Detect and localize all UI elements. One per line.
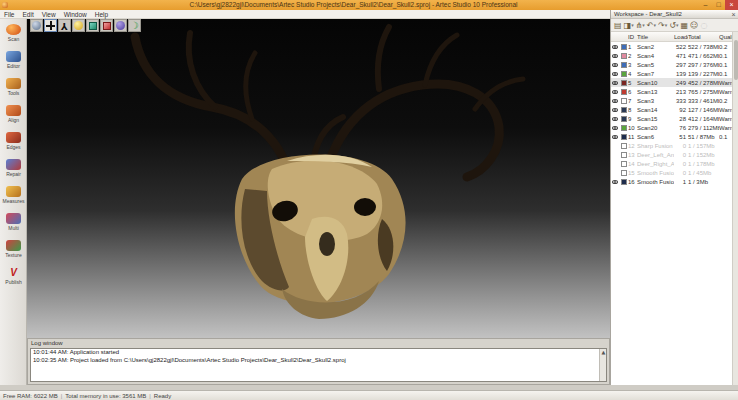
color-swatch-cell[interactable] bbox=[619, 116, 628, 122]
color-swatch-cell[interactable] bbox=[619, 44, 628, 50]
visibility-cell[interactable] bbox=[611, 54, 619, 58]
import-icon[interactable]: ◨▾ bbox=[623, 21, 635, 30]
sidebar-item-repair[interactable]: Repair bbox=[0, 154, 27, 181]
color-swatch-cell[interactable] bbox=[619, 71, 628, 77]
workspace-scrollbar[interactable] bbox=[732, 32, 738, 390]
eye-icon[interactable] bbox=[612, 99, 618, 103]
model-viewport[interactable]: Y☽ bbox=[27, 19, 610, 338]
column-header-loaded[interactable]: Loaded bbox=[674, 32, 688, 41]
sidebar-item-align[interactable]: Align bbox=[0, 100, 27, 127]
visibility-cell[interactable] bbox=[611, 90, 619, 94]
sidebar-item-editor[interactable]: Editor bbox=[0, 46, 27, 73]
minimize-button[interactable]: – bbox=[699, 0, 712, 10]
scan-row[interactable]: 11Scan65151 / 87Mb0.1 bbox=[611, 132, 732, 141]
color-swatch-cell[interactable] bbox=[619, 152, 628, 158]
column-header-id[interactable]: ID bbox=[628, 32, 637, 41]
color-swatch-cell[interactable] bbox=[619, 134, 628, 140]
eye-icon[interactable] bbox=[612, 45, 618, 49]
move-tool-icon[interactable] bbox=[44, 19, 57, 32]
color-swatch-cell[interactable] bbox=[619, 170, 628, 176]
scan-row[interactable]: 10Scan2076279 / 112MbWarning bbox=[611, 123, 732, 132]
column-header-title[interactable]: Title bbox=[637, 32, 674, 41]
eye-icon[interactable] bbox=[612, 117, 618, 121]
visibility-cell[interactable] bbox=[611, 45, 619, 49]
menu-window[interactable]: Window bbox=[60, 10, 91, 18]
scan-row[interactable]: 6Scan13213765 / 275MbWarning bbox=[611, 87, 732, 96]
scan-row[interactable]: 16Smooth Fusion 111 / 3Mb bbox=[611, 177, 732, 186]
column-header-quality[interactable]: Quality bbox=[719, 32, 732, 41]
color-swatch-cell[interactable] bbox=[619, 179, 628, 185]
scan-row[interactable]: 9Scan1528412 / 164MbWarning bbox=[611, 114, 732, 123]
sidebar-item-tools[interactable]: Tools bbox=[0, 73, 27, 100]
visibility-cell[interactable] bbox=[611, 81, 619, 85]
scan-row[interactable]: 3Scan5297297 / 376Mb0.1 bbox=[611, 60, 732, 69]
user-icon[interactable]: ☺ bbox=[689, 21, 699, 30]
eye-icon[interactable] bbox=[612, 72, 618, 76]
scan-row[interactable]: 5Scan10249452 / 278MbWarning bbox=[611, 78, 732, 87]
scan-color-swatch[interactable] bbox=[621, 80, 627, 86]
scan-row[interactable]: 14Deer_Right_An01 / 178Mb bbox=[611, 159, 732, 168]
visibility-cell[interactable] bbox=[611, 72, 619, 76]
color-swatch-cell[interactable] bbox=[619, 62, 628, 68]
scan-row[interactable]: 1Scan2522522 / 738Mb0.2 bbox=[611, 42, 732, 51]
visibility-cell[interactable] bbox=[611, 180, 619, 184]
color-swatch-cell[interactable] bbox=[619, 125, 628, 131]
crescent-icon[interactable]: ☽ bbox=[128, 19, 141, 32]
scan-color-swatch[interactable] bbox=[621, 116, 627, 122]
menu-view[interactable]: View bbox=[38, 10, 60, 18]
scan-color-swatch[interactable] bbox=[621, 89, 627, 95]
scrollbar-thumb[interactable] bbox=[734, 40, 738, 80]
eye-icon[interactable] bbox=[612, 108, 618, 112]
scan-row[interactable]: 15Smooth Fusion01 / 45Mb bbox=[611, 168, 732, 177]
eye-icon[interactable] bbox=[612, 90, 618, 94]
scan-row[interactable]: 13Deer_Left_Ant01 / 152Mb bbox=[611, 150, 732, 159]
visibility-cell[interactable] bbox=[611, 99, 619, 103]
eye-icon[interactable] bbox=[612, 81, 618, 85]
visibility-cell[interactable] bbox=[611, 63, 619, 67]
navigation-sphere-icon[interactable] bbox=[30, 19, 43, 32]
scan-color-swatch[interactable] bbox=[621, 98, 627, 104]
eye-icon[interactable] bbox=[612, 135, 618, 139]
visibility-cell[interactable] bbox=[611, 108, 619, 112]
visibility-cell[interactable] bbox=[611, 117, 619, 121]
eye-icon[interactable] bbox=[612, 126, 618, 130]
color-swatch-cell[interactable] bbox=[619, 161, 628, 167]
scan-color-swatch[interactable] bbox=[621, 143, 627, 149]
new-project-icon[interactable]: ▤ bbox=[613, 21, 623, 30]
axes-tripod-icon[interactable]: Y bbox=[58, 19, 71, 32]
visibility-cell[interactable] bbox=[611, 135, 619, 139]
sidebar-item-multi[interactable]: Multi bbox=[0, 208, 27, 235]
scan-color-swatch[interactable] bbox=[621, 152, 627, 158]
scan-row[interactable]: 7Scan3333333 / 461Mb0.2 bbox=[611, 96, 732, 105]
color-swatch-cell[interactable] bbox=[619, 89, 628, 95]
visibility-cell[interactable] bbox=[611, 126, 619, 130]
scan-color-swatch[interactable] bbox=[621, 179, 627, 185]
smooth-shading-icon[interactable] bbox=[114, 19, 127, 32]
scan-color-swatch[interactable] bbox=[621, 107, 627, 113]
undo-icon[interactable]: ↶▾ bbox=[646, 21, 657, 30]
scan-color-swatch[interactable] bbox=[621, 53, 627, 59]
menu-help[interactable]: Help bbox=[91, 10, 112, 18]
scan-color-swatch[interactable] bbox=[621, 170, 627, 176]
column-header-total[interactable]: Total bbox=[688, 32, 719, 41]
maximize-button[interactable]: □ bbox=[712, 0, 725, 10]
scan-color-swatch[interactable] bbox=[621, 134, 627, 140]
workspace-close-icon[interactable]: × bbox=[729, 10, 738, 19]
scan-row[interactable]: 8Scan1492127 / 146MbWarning bbox=[611, 105, 732, 114]
menu-edit[interactable]: Edit bbox=[18, 10, 37, 18]
log-scrollbar[interactable]: ▲ bbox=[599, 349, 606, 381]
textured-view-icon[interactable] bbox=[86, 19, 99, 32]
scan-color-swatch[interactable] bbox=[621, 44, 627, 50]
eye-icon[interactable] bbox=[612, 180, 618, 184]
scan-row[interactable]: 12Sharp Fusion 101 / 157Mb bbox=[611, 141, 732, 150]
color-swatch-cell[interactable] bbox=[619, 98, 628, 104]
scroll-up-icon[interactable]: ▲ bbox=[600, 349, 607, 356]
solid-view-icon[interactable] bbox=[100, 19, 113, 32]
color-swatch-cell[interactable] bbox=[619, 80, 628, 86]
eye-icon[interactable] bbox=[612, 54, 618, 58]
color-swatch-cell[interactable] bbox=[619, 53, 628, 59]
sidebar-item-publish[interactable]: VPublish bbox=[0, 262, 27, 289]
scan-row[interactable]: 2Scan4471471 / 662Mb0.1 bbox=[611, 51, 732, 60]
scan-row[interactable]: 4Scan7139139 / 227Mb0.1 bbox=[611, 69, 732, 78]
menu-file[interactable]: File bbox=[0, 10, 18, 18]
